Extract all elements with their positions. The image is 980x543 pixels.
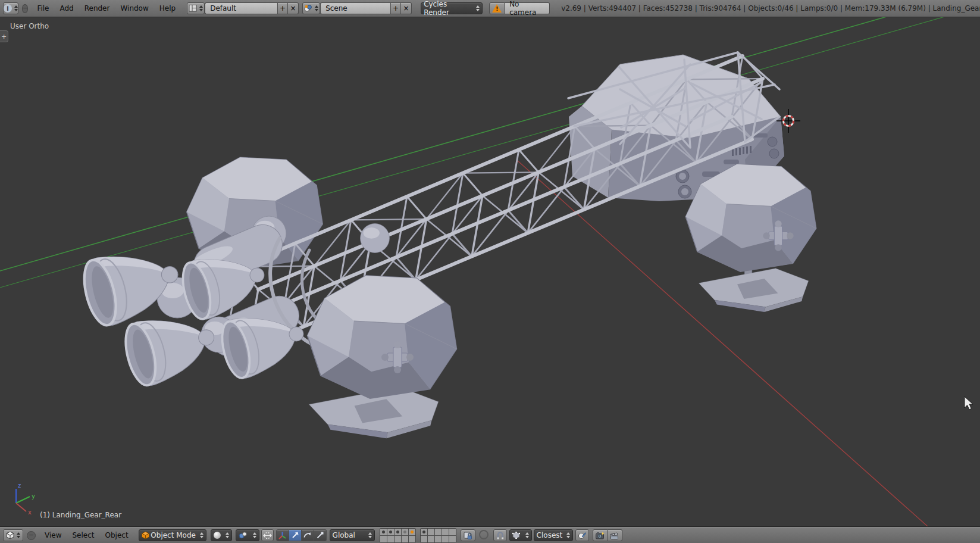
proportional-edit-icon[interactable] (479, 530, 489, 541)
screen-layout-browse-button[interactable] (187, 2, 205, 14)
warning-icon: ! (492, 4, 502, 13)
render-still-button[interactable] (593, 529, 608, 541)
layer-cell[interactable] (435, 529, 442, 535)
menu-select[interactable]: Select (67, 529, 99, 541)
editor-type-selector-3d[interactable] (3, 529, 23, 541)
add-scene-button[interactable]: + (390, 2, 401, 14)
scene-lock-toggle[interactable] (461, 529, 475, 541)
3d-model-eagle-spacecraft (78, 52, 816, 438)
snap-element-spinner (525, 532, 529, 538)
layer-block-2[interactable] (420, 528, 456, 543)
axis-gizmo: z y x (16, 482, 35, 516)
rotate-icon (303, 532, 311, 539)
close-scene-button[interactable]: × (401, 2, 412, 14)
gizmo-y-label: y (32, 493, 35, 500)
layer-cell[interactable] (409, 529, 415, 535)
layer-cell[interactable] (387, 529, 394, 535)
layer-cell[interactable] (409, 536, 415, 542)
render-engine-spinner (476, 5, 480, 11)
editor-type-selector[interactable]: i (3, 2, 18, 14)
snap-align-rotation-toggle[interactable] (575, 529, 589, 541)
layer-cell[interactable] (449, 536, 456, 542)
menu-help[interactable]: Help (154, 2, 181, 14)
layer-cell[interactable] (402, 529, 408, 535)
model-landing-gear-front (308, 276, 457, 438)
center-points-icon (263, 532, 272, 539)
scene-statistics: v2.69 | Verts:494407 | Faces:452738 | Tr… (561, 4, 980, 13)
collapse-menu-icon[interactable]: − (22, 4, 28, 13)
layout-grid-icon (189, 5, 197, 12)
top-header: i − File Add Render Window Help Default … (0, 0, 980, 17)
layer-cell[interactable] (442, 536, 449, 542)
layer-cell[interactable] (428, 529, 434, 535)
layout-spinner (199, 5, 203, 11)
3d-viewport[interactable]: User Ortho + (1) Landing_Gear_Rear (0, 17, 980, 527)
layer-cell[interactable] (421, 529, 427, 535)
mode-spinner (200, 532, 203, 538)
collapse-menu-icon-bottom[interactable]: − (27, 531, 36, 540)
layer-selector[interactable] (380, 528, 456, 543)
menu-add[interactable]: Add (54, 2, 79, 14)
gizmo-z-label: z (18, 482, 21, 489)
mouse-cursor (965, 397, 973, 410)
render-still-icon (596, 532, 605, 539)
translate-icon (292, 532, 299, 539)
model-landing-gear-right (685, 164, 816, 312)
menu-render[interactable]: Render (79, 2, 115, 14)
manipulator-widget-toggle[interactable] (276, 529, 289, 541)
snap-element-select[interactable] (509, 529, 532, 541)
snap-align-icon (578, 532, 586, 539)
snap-target-value: Closest (537, 531, 563, 539)
scene-name-field[interactable]: Scene (320, 2, 390, 14)
rotate-manipulator-button[interactable] (302, 529, 314, 541)
orientation-spinner (368, 532, 372, 538)
viewport-header: − View Select Object Object Mode (0, 527, 980, 543)
scene-spinner (315, 5, 318, 11)
render-engine-select[interactable]: Cycles Render (421, 2, 483, 14)
snap-toggle[interactable] (493, 529, 507, 541)
transform-orientation-select[interactable]: Global (330, 529, 375, 541)
layer-block-1[interactable] (380, 528, 416, 543)
toolshelf-expand-button[interactable]: + (0, 30, 8, 42)
solid-shading-sphere-icon (214, 532, 221, 539)
layer-cell[interactable] (387, 536, 394, 542)
translate-manipulator-button[interactable] (289, 529, 302, 541)
viewport-shading-select[interactable] (211, 529, 232, 541)
editor-type-spinner-3d (17, 532, 20, 538)
pivot-point-select[interactable] (236, 529, 259, 541)
info-icon: i (4, 4, 12, 13)
render-engine-value: Cycles Render (424, 0, 474, 17)
camera-warning-button[interactable]: ! (489, 2, 505, 14)
close-layout-button[interactable]: × (288, 2, 299, 14)
snap-target-select[interactable]: Closest (534, 529, 573, 541)
manipulate-center-points-toggle[interactable] (261, 529, 274, 541)
layer-cell[interactable] (402, 536, 408, 542)
scene-browse-button[interactable] (302, 2, 320, 14)
scale-icon (317, 532, 324, 539)
add-layout-button[interactable]: + (277, 2, 288, 14)
pivot-median-icon (239, 532, 247, 539)
mode-select[interactable]: Object Mode (139, 529, 206, 541)
mode-select-value: Object Mode (151, 531, 196, 539)
render-animation-button[interactable] (608, 529, 622, 541)
layer-cell[interactable] (380, 529, 387, 535)
layer-cell[interactable] (449, 529, 456, 535)
layer-cell[interactable] (394, 536, 401, 542)
3d-scene-canvas: z y x (0, 17, 980, 527)
screen-layout-name-field[interactable]: Default (205, 2, 277, 14)
menu-file[interactable]: File (32, 2, 54, 14)
menu-window[interactable]: Window (115, 2, 154, 14)
scale-manipulator-button[interactable] (314, 529, 327, 541)
layer-cell[interactable] (442, 529, 449, 535)
layer-cell[interactable] (380, 536, 387, 542)
shading-spinner (226, 532, 229, 538)
menu-object[interactable]: Object (100, 529, 134, 541)
layer-cell[interactable] (435, 536, 442, 542)
layer-cell[interactable] (428, 536, 434, 542)
layer-cell[interactable] (421, 536, 427, 542)
menu-view[interactable]: View (39, 529, 67, 541)
3d-viewport-icon (6, 532, 14, 539)
lock-icon (464, 532, 472, 539)
layer-cell[interactable] (394, 529, 401, 535)
scene-icon (304, 5, 312, 12)
